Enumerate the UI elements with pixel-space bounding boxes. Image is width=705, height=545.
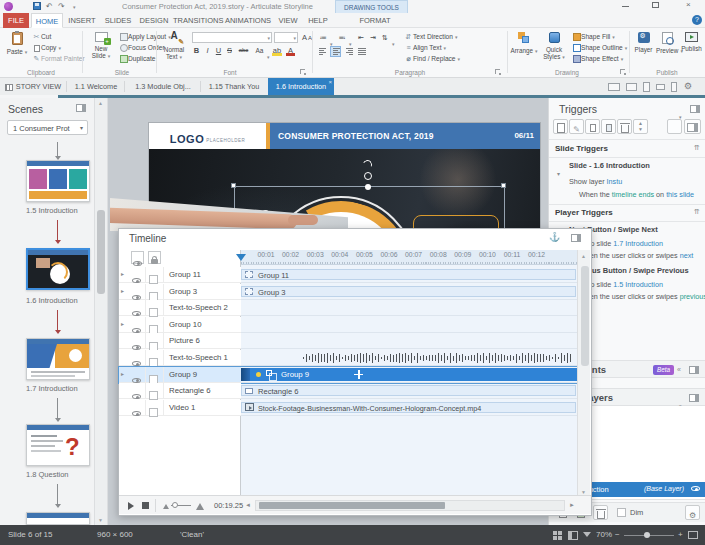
align-left-button[interactable] xyxy=(317,46,328,57)
save-icon[interactable] xyxy=(33,2,41,10)
timeline-bar[interactable]: Stock-Footage-Businessman-With-Consumer-… xyxy=(241,402,576,413)
slide-thumbnail-label[interactable]: 1.8 Question xyxy=(26,470,69,479)
trigger-wizard-button[interactable] xyxy=(684,119,701,134)
expand-row-icon[interactable] xyxy=(121,320,124,327)
timeline-ruler[interactable]: 00:01 00:02 00:03 00:04 00:05 00:06 00:0… xyxy=(241,250,578,265)
zoom-out-button[interactable]: − xyxy=(615,525,620,545)
timeline-panel-icon[interactable] xyxy=(571,234,581,242)
delete-layer-button[interactable] xyxy=(593,505,608,520)
new-trigger-button[interactable] xyxy=(553,119,568,134)
tab-animations[interactable]: ANIMATIONS xyxy=(224,13,272,28)
timeline-row-group-3[interactable]: Group 3 Group 3 xyxy=(119,284,578,300)
visibility-eye-icon[interactable] xyxy=(132,361,141,366)
tab-format[interactable]: FORMAT xyxy=(352,13,398,28)
layer-visibility-eye-icon[interactable] xyxy=(691,486,700,491)
undo-icon[interactable] xyxy=(46,0,53,13)
tab-1-15-thank-you[interactable]: 1.15 Thank You xyxy=(204,78,264,95)
normal-text-button[interactable]: A Normal Text xyxy=(159,30,189,70)
play-button[interactable] xyxy=(128,502,134,510)
playhead-marker[interactable] xyxy=(236,254,246,261)
tab-1-1-welcome[interactable]: 1.1 Welcome xyxy=(70,78,122,95)
trigger-condition[interactable]: When the user clicks or swipes next xyxy=(579,251,693,260)
visibility-eye-icon[interactable] xyxy=(132,295,141,300)
selection-handle[interactable] xyxy=(231,183,236,188)
scene-selector-dropdown[interactable]: 1 Consumer Prot xyxy=(7,120,88,135)
selected-timeline-bar[interactable]: Group 9 xyxy=(241,368,577,381)
duplicate-button[interactable]: Duplicate xyxy=(119,53,156,64)
expand-row-icon[interactable] xyxy=(121,287,124,294)
close-tab-icon[interactable]: × xyxy=(328,78,332,86)
slide-thumbnail-1-6[interactable] xyxy=(26,248,90,290)
cut-button[interactable]: ✂Cut xyxy=(32,31,51,42)
tab-file[interactable]: FILE xyxy=(3,13,29,28)
edit-trigger-button[interactable]: ✎ xyxy=(569,119,584,134)
lock-all-button[interactable] xyxy=(148,251,161,264)
new-slide-button[interactable]: New Slide xyxy=(86,30,116,70)
scroll-left-icon[interactable]: ◄ xyxy=(245,500,251,510)
font-color-button[interactable]: A xyxy=(286,45,295,56)
font-name-combo[interactable] xyxy=(192,32,272,43)
timeline-bar[interactable]: Group 11 xyxy=(241,269,576,280)
shape-outline-button[interactable]: Shape Outline xyxy=(572,42,627,53)
dim-checkbox[interactable] xyxy=(617,508,626,517)
line-spacing-button[interactable]: ⇅ xyxy=(380,32,390,43)
trigger-condition[interactable]: When the timeline ends on this slide xyxy=(579,190,694,199)
publish-button[interactable]: Publish xyxy=(680,30,703,70)
timeline-vscrollbar[interactable]: ▲ ▼ xyxy=(577,250,590,498)
restore-button[interactable] xyxy=(652,2,659,8)
logo-placeholder[interactable]: LOGOPLACEHOLDER xyxy=(149,123,266,149)
scroll-up-icon[interactable]: ▲ xyxy=(581,253,586,259)
selection-handle[interactable] xyxy=(501,183,506,188)
trigger-order-spinner[interactable]: ▲▼ xyxy=(633,119,648,134)
visibility-eye-icon[interactable] xyxy=(132,328,141,333)
scroll-up-icon[interactable]: ▲ xyxy=(98,100,103,106)
tab-design[interactable]: DESIGN xyxy=(137,13,171,28)
scenes-panel-icon[interactable] xyxy=(76,104,86,112)
layers-panel-icon[interactable] xyxy=(689,394,699,402)
visibility-eye-icon[interactable] xyxy=(132,394,141,399)
timeline-hscrollbar[interactable] xyxy=(255,500,565,511)
focus-order-button[interactable]: Focus Order xyxy=(119,42,165,53)
zoom-in-button[interactable]: + xyxy=(678,525,683,545)
triggers-panel-icon[interactable] xyxy=(690,105,700,113)
tab-help[interactable]: HELP xyxy=(304,13,332,28)
slide-thumbnail-1-7[interactable] xyxy=(26,338,90,380)
tab-insert[interactable]: INSERT xyxy=(65,13,99,28)
expand-row-icon[interactable] xyxy=(121,370,124,377)
paste-trigger-button[interactable] xyxy=(601,119,616,134)
align-text-button[interactable]: ≡Align Text xyxy=(404,42,446,53)
zoom-slider-knob[interactable] xyxy=(644,532,650,538)
timeline-row-tts-2[interactable]: Text-to-Speech 2 xyxy=(119,300,578,316)
phone-portrait-preview-icon[interactable] xyxy=(671,82,677,92)
font-dialog-launcher-icon[interactable] xyxy=(300,69,305,74)
trigger-extra-button[interactable] xyxy=(667,119,682,134)
fit-to-window-icon[interactable] xyxy=(688,531,698,539)
slide-trigger-group-label[interactable]: Slide - 1.6 Introduction xyxy=(569,161,650,170)
slide-thumbnail-1-5[interactable] xyxy=(26,160,90,202)
zoom-in-icon[interactable] xyxy=(196,503,204,510)
notes-panel-icon[interactable] xyxy=(568,531,578,540)
anchor-icon[interactable]: ⚓ xyxy=(549,232,560,242)
tab-home[interactable]: HOME xyxy=(31,13,63,28)
shape-effect-button[interactable]: Shape Effect xyxy=(572,53,623,64)
collapse-section-icon[interactable]: ⇈ xyxy=(694,208,700,216)
paste-button[interactable]: Paste xyxy=(3,30,31,70)
timeline-row-group-10[interactable]: Group 10 xyxy=(119,317,578,333)
preview-button[interactable]: Preview xyxy=(656,30,679,70)
tab-1-6-introduction[interactable]: 1.6 Introduction× xyxy=(268,78,334,95)
timeline-row-group-11[interactable]: Group 11 Group 11 xyxy=(119,267,578,283)
layers-settings-button[interactable]: ⚙ xyxy=(685,505,700,520)
font-size-combo[interactable] xyxy=(274,32,298,43)
slide-thumbnail-partial[interactable] xyxy=(26,512,90,525)
tab-story-view[interactable]: STORY VIEW xyxy=(2,78,64,95)
underline-button[interactable]: U xyxy=(214,45,223,56)
timeline-zoom-knob[interactable] xyxy=(172,502,178,508)
slide-thumbnail-label[interactable]: 1.5 Introduction xyxy=(26,206,78,215)
slide-thumbnail-label[interactable]: 1.7 Introduction xyxy=(26,384,78,393)
timeline-row-rectangle-6[interactable]: Rectangle 6 Rectangle 6 xyxy=(119,383,578,399)
minimize-button[interactable] xyxy=(622,6,629,7)
copy-trigger-button[interactable] xyxy=(585,119,600,134)
tab-transitions[interactable]: TRANSITIONS xyxy=(173,13,222,28)
scroll-down-icon[interactable]: ▼ xyxy=(98,517,103,523)
tablet-portrait-preview-icon[interactable] xyxy=(643,82,650,92)
